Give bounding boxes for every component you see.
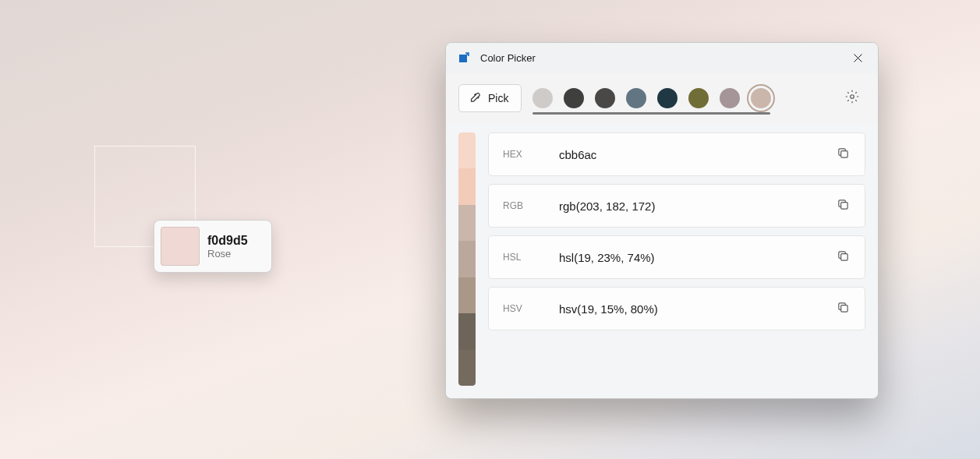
color-tooltip: f0d9d5 Rose [154, 220, 272, 273]
svg-rect-5 [840, 305, 847, 312]
svg-rect-3 [840, 202, 847, 209]
copy-button[interactable] [830, 142, 855, 167]
shade-swatch[interactable] [458, 350, 476, 386]
history-swatch[interactable] [720, 88, 740, 108]
svg-rect-2 [840, 150, 847, 157]
format-list: HEXcbb6acRGBrgb(203, 182, 172)HSLhsl(19,… [488, 132, 865, 386]
tooltip-hex: f0d9d5 [207, 234, 248, 248]
format-row: HEXcbb6ac [488, 132, 865, 176]
format-row: HSLhsl(19, 23%, 74%) [488, 235, 865, 279]
settings-button[interactable] [839, 85, 865, 111]
copy-icon [837, 147, 850, 163]
shade-swatch[interactable] [458, 241, 476, 277]
history-swatch[interactable] [688, 88, 709, 108]
history-swatch[interactable] [564, 88, 584, 108]
format-label: HSL [503, 252, 559, 263]
history-swatch[interactable] [626, 88, 646, 108]
gear-icon [845, 90, 859, 107]
format-label: HSV [503, 303, 559, 314]
eyedropper-icon [469, 90, 482, 106]
format-row: HSVhsv(19, 15%, 80%) [488, 287, 865, 330]
shade-swatch[interactable] [458, 313, 476, 349]
toolbar: Pick [446, 73, 878, 123]
history-swatch[interactable] [595, 88, 615, 108]
copy-button[interactable] [830, 245, 855, 270]
shade-strip [458, 132, 476, 386]
copy-button[interactable] [830, 193, 855, 218]
window-body: HEXcbb6acRGBrgb(203, 182, 172)HSLhsl(19,… [446, 123, 878, 398]
shade-swatch[interactable] [458, 205, 476, 241]
window-title: Color Picker [480, 52, 840, 64]
format-row: RGBrgb(203, 182, 172) [488, 184, 865, 228]
format-value[interactable]: cbb6ac [559, 148, 830, 161]
shade-swatch[interactable] [458, 277, 476, 313]
shade-swatch[interactable] [458, 168, 476, 204]
format-value[interactable]: hsv(19, 15%, 80%) [559, 302, 830, 316]
shade-swatch[interactable] [458, 132, 476, 168]
app-icon [457, 51, 471, 65]
color-picker-window: Color Picker Pick [445, 42, 879, 399]
format-value[interactable]: rgb(203, 182, 172) [559, 199, 830, 213]
format-value[interactable]: hsl(19, 23%, 74%) [559, 251, 830, 264]
history-swatch[interactable] [657, 88, 678, 108]
svg-point-1 [851, 95, 854, 99]
tooltip-color-name: Rose [207, 248, 248, 260]
pick-button[interactable]: Pick [458, 84, 522, 112]
format-label: HEX [503, 149, 559, 160]
copy-button[interactable] [830, 296, 855, 321]
history-swatch[interactable] [532, 88, 553, 108]
close-button[interactable] [840, 46, 875, 69]
titlebar[interactable]: Color Picker [446, 43, 878, 73]
tooltip-info: f0d9d5 Rose [207, 234, 248, 260]
tooltip-swatch [161, 227, 200, 266]
copy-icon [837, 301, 850, 317]
history-scrollbar[interactable] [532, 112, 770, 115]
format-label: RGB [503, 200, 559, 211]
copy-icon [837, 198, 850, 214]
history-swatch[interactable] [751, 88, 771, 108]
pick-label: Pick [488, 92, 508, 104]
svg-rect-4 [840, 253, 847, 260]
color-history [532, 80, 828, 116]
copy-icon [837, 249, 850, 266]
